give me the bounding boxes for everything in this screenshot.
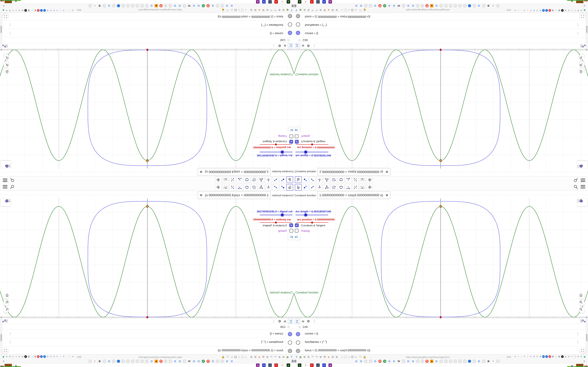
tab-favicon-lace[interactable] [416,4,419,7]
tab-favicon-lace[interactable] [402,4,405,7]
tab-favicon-G[interactable]: G [225,360,229,363]
zoom-out-button[interactable] [579,54,585,59]
tab-favicon-lace[interactable] [440,4,443,7]
tab-favicon-lace[interactable] [122,360,125,363]
trash-icon[interactable]: 🗑 [27,355,30,358]
wrench-icon[interactable]: ⚒ [262,8,265,12]
line-tool-button[interactable] [272,184,279,190]
pin-icon[interactable]: Y [295,8,298,12]
angle-tool-button[interactable]: α [237,184,243,190]
terminal-shortcut-icon[interactable]: ▣ [287,0,290,3]
url-text[interactable]: https://www.geogebra.org/classic/aagcxh3… [406,356,450,359]
tab-favicon-lace[interactable] [496,4,500,7]
curvature-plot[interactable]: -2.4-2.2-2-1.8-1.6-1.4-1.2-1-0.8-0.6-0.4… [0,191,294,325]
polygon-tool-button[interactable] [324,184,330,190]
globe-icon[interactable]: ⊕ [303,355,306,359]
arc-length-slider[interactable] [295,151,328,153]
menu-hamburger-icon[interactable] [581,185,585,189]
tab-favicon-wave[interactable]: ∿ [383,360,386,363]
tab-favicon-G[interactable]: G [374,4,377,7]
globe-icon[interactable]: ⊕ [266,355,269,359]
disc-shortcut-icon[interactable]: ◉ [329,0,332,3]
back-arrow-icon[interactable]: ← [355,355,358,359]
point-tool-button[interactable]: A [280,177,286,183]
arc-length-slider[interactable] [260,151,293,153]
folder-icon[interactable]: 🗀 [234,355,237,359]
visibility-toggle[interactable] [288,22,292,26]
algebra-row[interactable]: curves = {}⋮ [294,29,588,37]
wrench-icon[interactable]: ⚒ [9,355,11,358]
circle-icon[interactable]: ◍ [21,355,24,358]
globe-icon[interactable]: ⊕ [335,8,338,12]
gear-icon[interactable]: ⚙ [254,8,257,12]
zoom-in-button[interactable] [579,300,585,306]
translate-blue-icon[interactable]: A [53,355,55,358]
tab-favicon-lace[interactable] [454,4,457,7]
puzzle-icon[interactable]: ⬡ [574,9,576,12]
back-arrow-icon[interactable]: ← [355,8,358,12]
search-icon[interactable] [573,184,578,190]
tab-favicon-lace[interactable] [482,4,485,7]
tab-favicon-ya[interactable]: Я [378,4,381,7]
translate-icon[interactable]: A [72,355,74,358]
gear-icon[interactable]: ⚙ [5,9,8,12]
tab-favicon-G[interactable]: G [388,4,391,7]
tab-favicon-lace[interactable] [112,360,115,363]
move-graphics-tool-button[interactable] [367,184,373,190]
tab-favicon-ya[interactable]: Я [425,360,429,363]
tab-favicon-G[interactable]: G [107,4,111,7]
tab-favicon-lace[interactable] [369,4,372,7]
fullscreen-button[interactable] [579,13,586,19]
tab-favicon-ya[interactable]: Я [207,4,210,7]
gear-icon[interactable]: ⚙ [331,8,334,12]
globe-icon[interactable]: ⊕ [307,355,310,359]
ud-icon[interactable]: U [561,355,564,358]
scrollbar[interactable] [0,319,2,355]
tab-favicon-ya[interactable]: Я [207,360,210,363]
tab-favicon-blue[interactable] [117,4,120,7]
reflect-tool-button[interactable] [229,184,236,190]
globe-icon[interactable]: ⊕ [278,355,281,359]
tab-favicon-lace[interactable] [444,4,448,7]
circle-icon[interactable]: ◍ [564,355,567,358]
tab-favicon-wiki[interactable]: W [397,4,400,7]
fx-button[interactable]: fx [283,319,287,324]
plus-icon[interactable]: + [542,355,545,358]
ud-icon[interactable]: U [24,355,27,358]
curvature-plot[interactable]: -2.4-2.2-2-1.8-1.6-1.4-1.2-1-0.8-0.6-0.4… [294,42,588,176]
globe-icon[interactable]: ⊕ [307,8,310,12]
tab-favicon-lace[interactable] [126,360,130,363]
url-text[interactable]: https://www.geogebra.org/classic/aagcxh3… [138,8,182,11]
record-icon[interactable]: ● [548,9,551,12]
circle-tool-button[interactable] [251,177,257,183]
tab-favicon-lace[interactable] [112,4,115,7]
globe-icon[interactable]: ⊕ [319,355,322,359]
tab-favicon-G[interactable]: G [477,4,481,7]
tab-favicon-lace[interactable] [458,360,462,363]
move-graphics-tool-button[interactable] [367,177,373,183]
graphics-view-card-icon[interactable] [0,198,11,206]
tab-favicon-G[interactable]: G [230,4,233,7]
folder-icon[interactable]: 🗀 [351,355,354,359]
tab-favicon-wiki[interactable]: W [397,360,400,363]
perpendicular-line-tool-button[interactable] [316,184,323,190]
arc-length-slider[interactable] [295,214,328,216]
arrow-icon[interactable]: → [65,355,68,358]
settings-shortcut-icon[interactable]: ⚙ [310,364,314,367]
tab-favicon-lace[interactable] [364,360,367,363]
tracing-checkbox[interactable] [295,229,299,233]
move-tool-button[interactable] [295,176,302,183]
tab-favicon-lace[interactable] [482,360,485,363]
step-forward-button[interactable] [295,236,300,240]
translate-icon[interactable]: A [514,9,516,12]
globe-icon[interactable]: ⊕ [266,8,269,12]
visibility-toggle[interactable] [296,349,300,353]
visibility-toggle[interactable] [288,349,292,353]
graphics-view-card-icon[interactable] [577,161,588,169]
row-menu-icon[interactable]: ⋮ [9,332,12,335]
globe-color-icon[interactable]: ◐ [555,355,557,358]
algebra-row[interactable]: curves = {}⋮ [0,330,294,338]
shield-icon[interactable]: ⛉ [227,355,229,359]
tab-favicon-ya[interactable]: Я [159,360,163,363]
tab-favicon-lace[interactable] [88,4,92,7]
